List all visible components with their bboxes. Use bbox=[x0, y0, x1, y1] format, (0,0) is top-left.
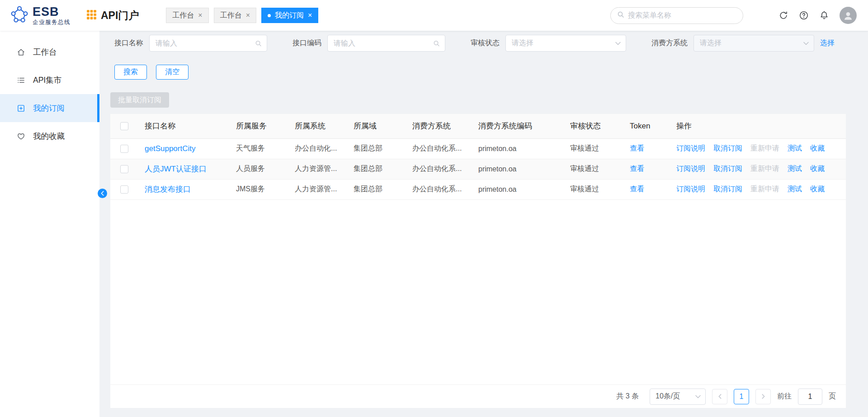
cell-system: 办公自动化... bbox=[288, 138, 347, 159]
subscription-info-link[interactable]: 订阅说明 bbox=[676, 185, 705, 193]
goto-page-input[interactable] bbox=[798, 389, 822, 405]
sidebar-collapse-button[interactable] bbox=[98, 189, 107, 198]
filter-buttons: 搜索 清空 bbox=[114, 65, 868, 80]
search-button[interactable]: 搜索 bbox=[114, 65, 147, 80]
interface-name-input[interactable] bbox=[149, 35, 267, 52]
test-link[interactable]: 测试 bbox=[788, 144, 802, 152]
subscription-info-link[interactable]: 订阅说明 bbox=[676, 165, 705, 172]
tab-workbench-2[interactable]: 工作台 × bbox=[214, 8, 256, 23]
tab-label: 我的订阅 bbox=[275, 11, 304, 20]
test-link[interactable]: 测试 bbox=[788, 185, 802, 193]
person-icon bbox=[842, 9, 854, 21]
sidebar-item-api-market[interactable]: API集市 bbox=[0, 66, 99, 94]
user-avatar[interactable] bbox=[840, 7, 857, 24]
top-header: ESB 企业服务总线 API门户 工作台 × 工作台 × bbox=[0, 0, 868, 31]
sidebar: 工作台 API集市 我的订阅 我的收藏 bbox=[0, 31, 99, 417]
row-checkbox[interactable] bbox=[120, 185, 128, 194]
prev-page-button[interactable] bbox=[712, 389, 727, 404]
tab-workbench-1[interactable]: 工作台 × bbox=[166, 8, 208, 23]
close-icon[interactable]: × bbox=[308, 12, 312, 19]
reapply-link: 重新申请 bbox=[750, 185, 779, 193]
col-domain: 所属域 bbox=[347, 114, 406, 138]
goto-label: 前往 bbox=[777, 392, 792, 401]
search-icon bbox=[433, 40, 440, 47]
token-view-link[interactable]: 查看 bbox=[630, 165, 644, 172]
refresh-icon[interactable] bbox=[778, 10, 788, 20]
cell-service: JMS服务 bbox=[229, 179, 288, 199]
select-all-checkbox[interactable] bbox=[120, 122, 128, 130]
chevron-down-icon bbox=[695, 395, 701, 398]
close-icon[interactable]: × bbox=[198, 12, 202, 19]
reapply-link: 重新申请 bbox=[750, 165, 779, 172]
cell-consumer: 办公自动化系... bbox=[406, 138, 472, 159]
interface-name-link[interactable]: 消息发布接口 bbox=[145, 185, 191, 194]
page-body: 工作台 API集市 我的订阅 我的收藏 bbox=[0, 31, 868, 417]
cell-service: 人员服务 bbox=[229, 159, 288, 179]
grid-icon bbox=[87, 10, 96, 21]
audit-status-select[interactable]: 请选择 bbox=[505, 35, 626, 52]
close-icon[interactable]: × bbox=[246, 12, 250, 19]
interface-name-link[interactable]: 人员JWT认证接口 bbox=[145, 165, 207, 173]
token-view-link[interactable]: 查看 bbox=[630, 144, 644, 152]
unsubscribe-link[interactable]: 取消订阅 bbox=[713, 144, 742, 152]
batch-unsubscribe-button[interactable]: 批量取消订阅 bbox=[110, 92, 169, 108]
tab-label: 工作台 bbox=[172, 11, 194, 20]
sidebar-item-workbench[interactable]: 工作台 bbox=[0, 38, 99, 66]
cell-status: 审核通过 bbox=[563, 159, 623, 179]
chevron-down-icon bbox=[615, 42, 621, 45]
cell-consumer-code: primeton.oa bbox=[472, 179, 563, 199]
unsubscribe-link[interactable]: 取消订阅 bbox=[713, 185, 742, 193]
app-root: ESB 企业服务总线 API门户 工作台 × 工作台 × bbox=[0, 0, 868, 417]
token-view-link[interactable]: 查看 bbox=[630, 185, 644, 193]
page-number-button[interactable]: 1 bbox=[734, 389, 749, 404]
col-service: 所属服务 bbox=[229, 114, 288, 138]
interface-code-input[interactable] bbox=[327, 35, 445, 52]
sidebar-item-label: 我的订阅 bbox=[33, 103, 65, 114]
search-icon bbox=[255, 40, 262, 47]
sidebar-item-label: 我的收藏 bbox=[33, 131, 65, 142]
pagination-total: 共 3 条 bbox=[616, 392, 639, 401]
favorite-link[interactable]: 收藏 bbox=[810, 165, 825, 172]
subscribe-icon bbox=[17, 104, 25, 113]
filter-audit-status: 审核状态 请选择 bbox=[471, 35, 626, 52]
tab-my-subscriptions[interactable]: 我的订阅 × bbox=[261, 8, 318, 23]
active-dot-icon bbox=[268, 14, 271, 17]
cell-status: 审核通过 bbox=[563, 138, 623, 159]
page-unit-label: 页 bbox=[829, 392, 836, 401]
clear-button[interactable]: 清空 bbox=[156, 65, 189, 80]
favorite-link[interactable]: 收藏 bbox=[810, 185, 825, 193]
next-page-button[interactable] bbox=[755, 389, 771, 404]
table-empty-space bbox=[110, 200, 846, 385]
row-checkbox[interactable] bbox=[120, 165, 128, 173]
field-label: 接口名称 bbox=[114, 38, 143, 48]
portal-title-block: API门户 bbox=[87, 9, 139, 23]
consumer-system-select: 请选择 bbox=[693, 35, 814, 52]
page-size-select[interactable]: 10条/页 bbox=[650, 389, 706, 405]
filter-consumer-system: 消费方系统 请选择 选择 bbox=[651, 35, 835, 52]
portal-title: API门户 bbox=[101, 9, 139, 23]
row-checkbox[interactable] bbox=[120, 145, 128, 153]
cell-system: 人力资源管... bbox=[288, 179, 347, 199]
table-row: 人员JWT认证接口 人员服务 人力资源管... 集团总部 办公自动化系... p… bbox=[110, 159, 846, 179]
sidebar-item-my-subscriptions[interactable]: 我的订阅 bbox=[0, 94, 99, 122]
esb-logo-icon bbox=[10, 5, 29, 26]
table-header-row: 接口名称 所属服务 所属系统 所属域 消费方系统 消费方系统编码 审核状态 To… bbox=[110, 114, 846, 138]
sidebar-item-label: API集市 bbox=[33, 75, 61, 85]
filter-interface-code: 接口编码 bbox=[292, 35, 445, 52]
sidebar-item-my-favorites[interactable]: 我的收藏 bbox=[0, 122, 99, 150]
test-link[interactable]: 测试 bbox=[788, 165, 802, 172]
bell-icon[interactable] bbox=[819, 10, 829, 20]
sidebar-item-label: 工作台 bbox=[33, 47, 57, 57]
filter-interface-name: 接口名称 bbox=[114, 35, 267, 52]
subscription-info-link[interactable]: 订阅说明 bbox=[676, 144, 705, 152]
cell-status: 审核通过 bbox=[563, 179, 623, 199]
unsubscribe-link[interactable]: 取消订阅 bbox=[713, 165, 742, 172]
header-tabs: 工作台 × 工作台 × 我的订阅 × bbox=[166, 8, 318, 23]
menu-search-input[interactable] bbox=[628, 11, 736, 19]
cell-system: 人力资源管... bbox=[288, 159, 347, 179]
col-consumer-code: 消费方系统编码 bbox=[472, 114, 563, 138]
favorite-link[interactable]: 收藏 bbox=[810, 144, 825, 152]
interface-name-link[interactable]: getSupportCity bbox=[145, 144, 195, 153]
consumer-system-choose-link[interactable]: 选择 bbox=[820, 38, 835, 48]
help-icon[interactable] bbox=[799, 10, 809, 20]
